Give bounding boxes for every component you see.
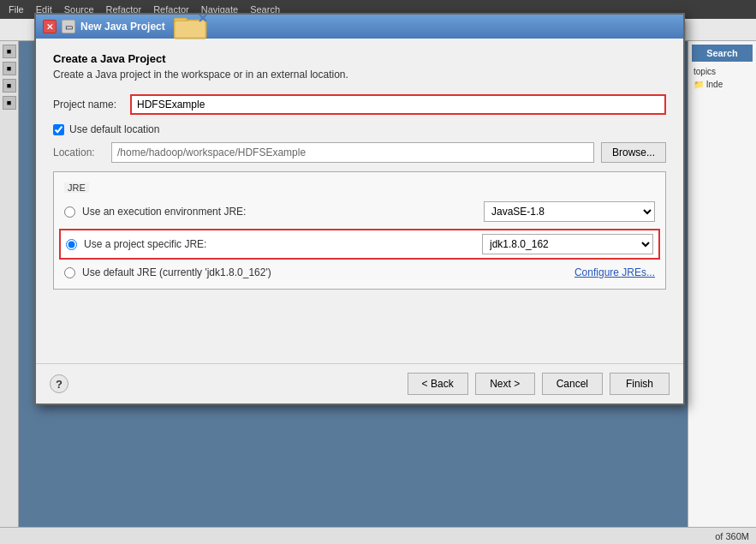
spacer [53,298,666,350]
dialog-footer: ? < Back Next > Cancel Finish [36,363,683,404]
jre-section-title: JRE [64,182,89,193]
dialog-description: Create a Java project in the workspace o… [53,69,348,81]
dialog-header-section: Create a Java Project Create a Java proj… [53,52,666,81]
location-input[interactable] [111,142,594,163]
new-java-project-dialog: ✕ ▭ New Java Project Create a Java Proje… [34,13,685,405]
configure-jres-link[interactable]: Configure JREs... [574,266,655,278]
dialog-titlebar: ✕ ▭ New Java Project [36,15,683,39]
finish-button[interactable]: Finish [610,373,670,395]
memory-status: of 360M [715,531,749,541]
project-name-label: Project name: [53,99,130,111]
dialog-header-icon [170,9,211,44]
next-button[interactable]: Next > [475,373,535,395]
jre-option1-row: Use an execution environment JRE: JavaSE… [64,201,655,222]
footer-buttons: < Back Next > Cancel Finish [408,373,670,395]
jre-option1-dropdown[interactable]: JavaSE-1.8 [484,201,655,222]
jre-option3-label: Use default JRE (currently 'jdk1.8.0_162… [82,266,271,278]
location-label: Location: [53,146,104,158]
dialog-close-button[interactable]: ✕ [43,20,57,33]
status-bar: of 360M [0,527,756,544]
jre-option3-radio[interactable] [64,267,75,278]
use-default-location-checkbox[interactable] [53,124,64,135]
footer-left: ? [50,374,68,393]
jre-option2-row: Use a project specific JRE: jdk1.8.0_162 [59,229,660,260]
svg-rect-1 [174,18,188,21]
dialog-content: Create a Java Project Create a Java proj… [36,39,683,363]
jre-option2-dropdown[interactable]: jdk1.8.0_162 [482,234,653,254]
back-button[interactable]: < Back [408,373,468,395]
jre-option2-radio[interactable] [66,239,77,250]
sidebar-btn-3[interactable]: ■ [3,79,16,93]
default-jre-left: Use default JRE (currently 'jdk1.8.0_162… [64,266,271,278]
jre-option1-label: Use an execution environment JRE: [82,206,477,218]
project-name-input[interactable] [130,94,666,115]
default-jre-row: Use default JRE (currently 'jdk1.8.0_162… [64,266,655,278]
menu-file[interactable]: File [3,3,29,16]
browse-button[interactable]: Browse... [601,142,666,163]
dialog-title: New Java Project [80,21,165,33]
sidebar-btn-2[interactable]: ■ [3,62,16,75]
sidebar-btn-1[interactable]: ■ [3,45,16,58]
dialog-minimize-button[interactable]: ▭ [62,20,75,33]
dialog-main-title: Create a Java Project [53,52,348,65]
search-panel-topics[interactable]: topics [692,65,753,78]
project-name-row: Project name: [53,94,666,115]
location-row: Location: Browse... [53,142,666,163]
help-button[interactable]: ? [50,374,68,393]
search-panel-header: Search [692,45,753,62]
jre-option1-radio[interactable] [64,206,75,218]
sidebar-btn-4[interactable]: ■ [3,96,16,110]
jre-section: JRE Use an execution environment JRE: Ja… [53,171,666,290]
svg-rect-2 [176,21,205,37]
dialog-header-text: Create a Java Project Create a Java proj… [53,52,348,81]
left-sidebar: ■ ■ ■ ■ [0,41,19,544]
cancel-button[interactable]: Cancel [542,373,603,395]
use-default-location-label: Use default location [69,123,159,135]
jre-option2-label: Use a project specific JRE: [84,238,475,250]
right-panel: Search topics 📁 Inde [688,41,756,544]
use-default-location-row: Use default location [53,123,666,135]
search-panel-index[interactable]: 📁 Inde [692,78,753,91]
